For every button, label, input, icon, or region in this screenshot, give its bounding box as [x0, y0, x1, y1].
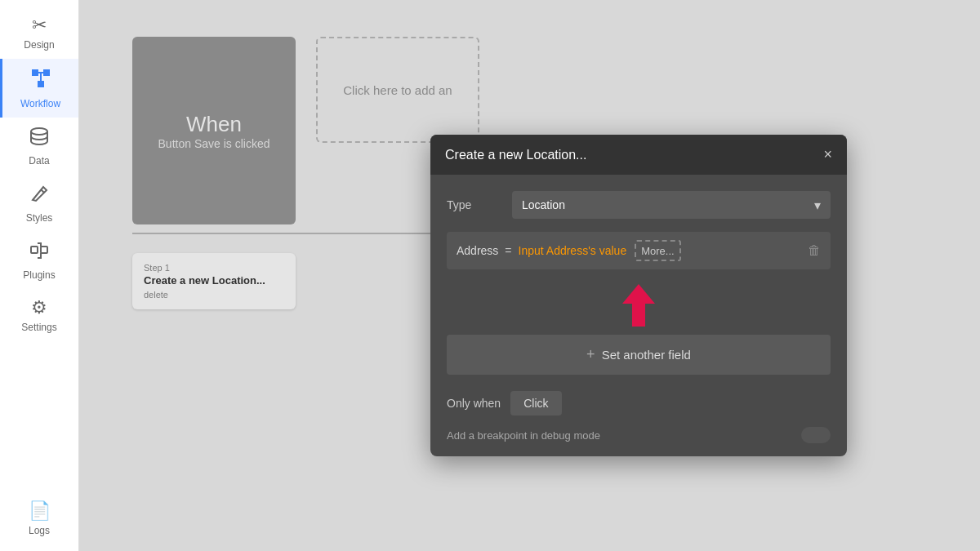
scissors-icon: ✂: [32, 15, 47, 36]
type-label: Type: [447, 198, 512, 211]
sidebar-item-plugins[interactable]: Plugins: [0, 232, 78, 289]
type-row: Type Location: [447, 191, 831, 219]
red-arrow-wrapper: [447, 282, 831, 328]
logs-icon: 📄: [29, 500, 51, 522]
address-more-box[interactable]: More...: [635, 240, 680, 261]
only-when-value[interactable]: Click: [510, 391, 561, 415]
sidebar-item-settings[interactable]: ⚙ Settings: [0, 289, 78, 341]
breakpoint-toggle[interactable]: [801, 427, 831, 443]
address-delete-button[interactable]: 🗑: [808, 243, 821, 258]
data-icon: [29, 126, 50, 152]
only-when-row: Only when Click: [447, 391, 831, 415]
breakpoint-row: Add a breakpoint in debug mode: [447, 427, 831, 443]
sidebar-item-workflow[interactable]: Workflow: [0, 59, 78, 118]
svg-rect-0: [32, 69, 38, 76]
red-arrow-icon: [619, 282, 658, 328]
styles-icon: [29, 183, 50, 209]
svg-rect-2: [38, 81, 44, 87]
address-more-label: More...: [641, 245, 674, 257]
svg-rect-1: [43, 69, 50, 76]
modal-body: Type Location Address = Input Address's …: [430, 175, 847, 456]
sidebar-item-logs[interactable]: 📄 Logs: [29, 492, 51, 544]
type-select[interactable]: Location: [512, 191, 831, 219]
set-another-field-label: Set another field: [602, 348, 691, 362]
modal-title: Create a new Location...: [445, 148, 586, 162]
workflow-icon: [29, 67, 52, 95]
address-row: Address = Input Address's value More... …: [447, 232, 831, 269]
address-field-label: Address: [457, 244, 498, 257]
svg-rect-7: [41, 247, 47, 253]
svg-marker-8: [622, 284, 655, 327]
sidebar-item-styles[interactable]: Styles: [0, 175, 78, 232]
plus-icon: +: [586, 346, 595, 363]
plugins-icon: [29, 240, 50, 266]
address-equals: =: [505, 244, 511, 257]
sidebar: ✂ Design Workflow Data: [0, 0, 79, 551]
gear-icon: ⚙: [31, 297, 47, 318]
address-value[interactable]: Input Address's value: [519, 244, 627, 257]
sidebar-item-data[interactable]: Data: [0, 118, 78, 175]
type-select-wrapper: Location: [512, 191, 831, 219]
breakpoint-label: Add a breakpoint in debug mode: [447, 429, 600, 442]
set-another-field-button[interactable]: + Set another field: [447, 335, 831, 375]
svg-rect-6: [31, 247, 38, 253]
only-when-label: Only when: [447, 397, 501, 410]
workflow-canvas: When Button Save is clicked Click here t…: [79, 0, 980, 551]
modal-close-button[interactable]: ×: [823, 146, 832, 163]
create-location-modal: Create a new Location... × Type Location…: [430, 135, 847, 456]
svg-point-5: [31, 128, 47, 135]
sidebar-item-design[interactable]: ✂ Design: [0, 7, 78, 59]
modal-header: Create a new Location... ×: [430, 135, 847, 175]
main-canvas: When Button Save is clicked Click here t…: [79, 0, 980, 551]
